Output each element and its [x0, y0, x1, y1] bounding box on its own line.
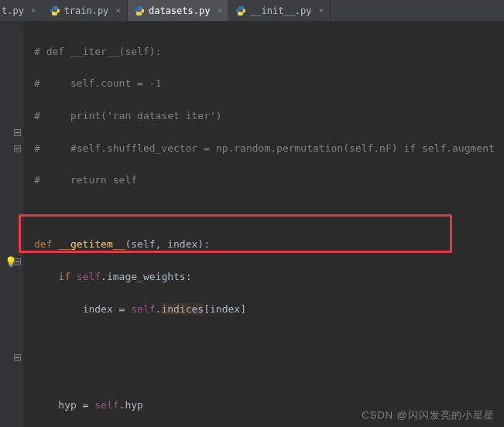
tab-label: __init__.py — [250, 5, 311, 16]
fold-icon[interactable] — [14, 145, 21, 152]
ident: hyp = — [58, 399, 94, 411]
gutter[interactable]: 💡 — [0, 22, 23, 427]
watermark: CSDN @闪闪发亮的小星星 — [362, 408, 495, 422]
attr: .image_weights: — [101, 271, 191, 282]
python-file-icon — [50, 5, 60, 16]
self-ref: self — [131, 303, 155, 315]
tab-train[interactable]: train.py × — [43, 0, 128, 21]
tab-label: train.py — [64, 5, 109, 16]
python-file-icon — [134, 5, 145, 16]
tab-label: datasets.py — [149, 5, 210, 16]
self-ref: self — [77, 271, 101, 282]
ident: index = — [83, 303, 132, 315]
fold-icon[interactable] — [14, 258, 21, 265]
function-name: __getitem__ — [58, 238, 125, 250]
close-icon[interactable]: × — [115, 5, 121, 15]
close-icon[interactable]: × — [217, 5, 222, 15]
tab-init[interactable]: __init__.py × — [229, 0, 331, 21]
close-icon[interactable]: × — [31, 5, 36, 15]
editor-area: 💡 # def __iter__(self): # self.count = -… — [0, 22, 504, 427]
comment: # print('ran dataset iter') — [34, 110, 222, 121]
comment: # #self.shuffled_vector = np.random.perm… — [34, 142, 495, 154]
tab-label: t.py — [2, 5, 24, 16]
comment: # return self — [34, 174, 137, 186]
comment: # self.count = -1 — [34, 77, 161, 89]
tab-partial[interactable]: t.py × — [0, 0, 43, 21]
params: (self, index): — [125, 238, 210, 250]
python-file-icon — [235, 5, 246, 16]
comment: # def __iter__(self): — [34, 46, 161, 57]
code-area[interactable]: # def __iter__(self): # self.count = -1 … — [23, 22, 504, 427]
tab-datasets[interactable]: datasets.py × — [128, 0, 229, 21]
fold-icon[interactable] — [14, 129, 21, 136]
close-icon[interactable]: × — [319, 5, 324, 15]
fold-icon[interactable] — [14, 354, 21, 361]
editor-tabs: t.py × train.py × datasets.py × __init__… — [0, 0, 504, 22]
highlighted-ident: indices — [161, 303, 204, 315]
keyword: def — [34, 238, 58, 250]
self-ref: self — [94, 399, 118, 411]
keyword: if — [58, 271, 76, 282]
